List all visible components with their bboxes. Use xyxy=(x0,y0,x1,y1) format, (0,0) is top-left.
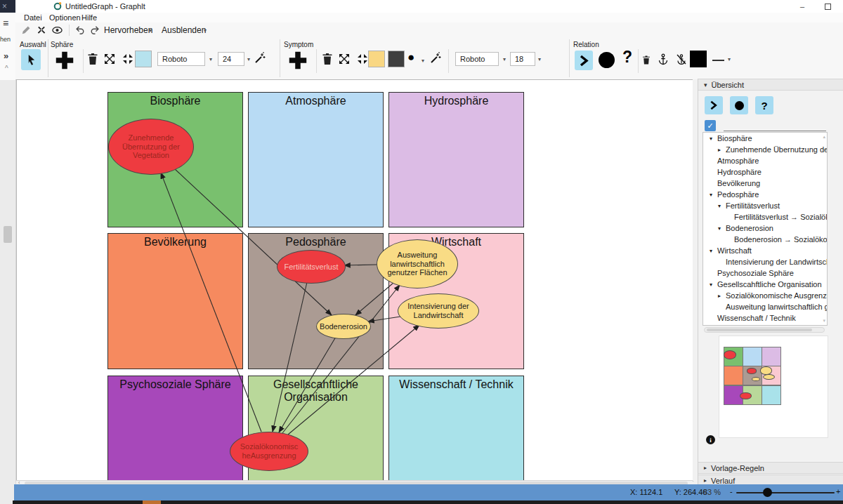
filter-checkbox[interactable]: ✓ xyxy=(705,120,716,131)
ausblenden-dropdown[interactable]: Ausblenden xyxy=(162,25,206,35)
chevron-down-icon[interactable]: ▾ xyxy=(209,56,212,62)
zoom-out-button[interactable]: - xyxy=(730,487,733,496)
info-icon[interactable]: i xyxy=(706,435,715,444)
left-scrollbar-thumb[interactable] xyxy=(4,226,12,243)
delete-relation-icon[interactable] xyxy=(642,55,651,65)
sphere-fontsize-select[interactable]: 24 xyxy=(218,52,244,66)
line-style-sample[interactable] xyxy=(712,60,724,61)
relation-arrow-tool-button[interactable] xyxy=(575,51,593,70)
graph-node[interactable]: Ausweitung lanwirtschaftlich genutzer Fl… xyxy=(377,239,458,289)
graph-canvas[interactable]: BiosphäreAtmosphäreHydrosphäreBevölkerun… xyxy=(16,79,693,482)
search-input[interactable] xyxy=(724,119,826,131)
chevron-down-icon[interactable]: ▾ xyxy=(728,56,731,62)
hamburger-menu-icon[interactable]: ≡ xyxy=(3,18,8,29)
crossed-tools-icon[interactable] xyxy=(37,25,46,35)
select-tool-button[interactable] xyxy=(21,49,41,70)
tree-item[interactable]: ▾Bodenerosion xyxy=(703,223,827,234)
menu-datei[interactable]: Datei xyxy=(24,13,42,22)
symptom-border-swatch[interactable] xyxy=(388,51,405,67)
restore-button[interactable] xyxy=(819,1,836,11)
tree-item[interactable]: Ausweitung lanwirtschaftlich genutzer Fl… xyxy=(703,301,827,312)
scroll-down-icon[interactable]: ▾ xyxy=(823,318,825,324)
tree-item[interactable]: ▸Sozialökonomische Ausgrenzung xyxy=(703,290,827,301)
tree-toggle-icon[interactable]: ▾ xyxy=(718,225,726,232)
add-sphere-button[interactable] xyxy=(52,48,77,73)
anchor-icon[interactable] xyxy=(658,53,669,65)
tree-item[interactable]: Intensivierung der Landwirtschaft xyxy=(703,256,827,267)
redo-icon[interactable] xyxy=(90,25,100,35)
symptom-fontsize-select[interactable]: 18 xyxy=(510,52,535,66)
minimize-button[interactable]: – xyxy=(794,1,811,11)
minimap[interactable] xyxy=(719,336,828,438)
tree-toggle-icon[interactable]: ▸ xyxy=(718,147,726,153)
zoom-slider-track[interactable] xyxy=(736,492,835,493)
edit-pencil-icon[interactable] xyxy=(21,25,31,35)
filter-relation-button[interactable] xyxy=(705,96,723,114)
chevron-down-icon[interactable]: ▾ xyxy=(503,56,506,62)
shrink-size-icon[interactable] xyxy=(122,53,133,65)
magic-wand-icon[interactable] xyxy=(430,52,442,64)
delete-symptom-icon[interactable] xyxy=(322,52,333,66)
filter-dot-button[interactable] xyxy=(730,96,748,114)
tree-item[interactable]: Atmosphäre xyxy=(703,155,827,166)
undo-icon[interactable] xyxy=(74,25,85,35)
shrink-size-icon[interactable] xyxy=(357,53,368,65)
canvas-vscrollbar[interactable] xyxy=(693,79,698,481)
hervorheben-dropdown[interactable]: Hervorheben xyxy=(104,25,152,35)
tree-item[interactable]: ▾Fertilitätsverlust xyxy=(703,200,827,211)
symptom-font-select[interactable]: Roboto xyxy=(455,52,499,66)
tree-item[interactable]: Hydrosphäre xyxy=(703,166,827,178)
tree-item[interactable]: Fertilitätsverlust → Sozialökonomische A… xyxy=(703,211,827,223)
chevron-down-icon[interactable]: ▾ xyxy=(422,58,424,64)
tree-item[interactable]: Bodenerosion → Sozialökonomische Ausgren… xyxy=(703,234,827,245)
uebersicht-header[interactable]: ▾ Übersicht xyxy=(698,79,843,91)
filter-question-button[interactable]: ? xyxy=(755,96,773,114)
graph-node[interactable]: Bodenerosion xyxy=(316,314,371,339)
zoom-in-button[interactable]: + xyxy=(836,487,840,496)
expand-size-icon[interactable] xyxy=(339,53,350,65)
tree-item[interactable]: ▾Wirtschaft xyxy=(703,245,827,256)
close-icon[interactable]: × xyxy=(2,1,7,11)
chevron-down-icon[interactable]: ▾ xyxy=(204,27,207,34)
graph-node[interactable]: Sozialökonomisc heAusgrenzung xyxy=(230,432,308,471)
chevron-down-icon[interactable]: ▾ xyxy=(538,56,541,62)
add-symptom-button[interactable] xyxy=(285,48,311,73)
scroll-up-icon[interactable]: ^ xyxy=(5,65,8,72)
menu-optionen[interactable]: Optionen xyxy=(49,13,81,22)
tree-toggle-icon[interactable]: ▾ xyxy=(710,135,717,142)
graph-node[interactable]: Fertilitätsverlust xyxy=(277,250,346,284)
tree-item[interactable]: Bevölkerung xyxy=(703,178,827,189)
chevron-down-icon[interactable]: ▾ xyxy=(247,56,250,62)
tree-item[interactable]: Wissenschaft / Technik xyxy=(703,312,827,324)
graph-node[interactable]: Intensivierung der Landwirtschaft xyxy=(398,293,479,329)
zoom-slider-thumb[interactable] xyxy=(763,488,772,497)
relation-question-tool-button[interactable]: ? xyxy=(622,48,632,67)
expand-size-icon[interactable] xyxy=(104,53,115,65)
tree-item[interactable]: ▾Biosphäre xyxy=(703,133,827,144)
vorlage-regeln-header[interactable]: ▸ Vorlage-Regeln xyxy=(698,462,843,474)
node-shape-circle-icon[interactable]: ● xyxy=(407,51,414,65)
relation-dot-tool-button[interactable] xyxy=(599,52,615,68)
chevron-down-icon[interactable]: ▾ xyxy=(149,27,152,34)
delete-sphere-icon[interactable] xyxy=(87,52,98,66)
tree-toggle-icon[interactable]: ▾ xyxy=(710,248,717,254)
sphere-font-select[interactable]: Roboto xyxy=(157,52,205,66)
graph-node[interactable]: Zunehmende Übernutzung der Vegetation xyxy=(108,119,194,175)
sphere-color-swatch[interactable] xyxy=(135,51,152,67)
menu-hilfe[interactable]: Hilfe xyxy=(81,13,97,22)
anchor-off-icon[interactable] xyxy=(676,53,687,65)
tree-hscrollbar-thumb[interactable] xyxy=(707,329,812,331)
magic-wand-icon[interactable] xyxy=(254,52,266,64)
symptom-fill-swatch[interactable] xyxy=(368,51,385,67)
tree-item[interactable]: ▾Gesellscahftliche Organisation xyxy=(703,279,827,290)
tree-hscrollbar[interactable] xyxy=(704,327,825,333)
tree-toggle-icon[interactable]: ▾ xyxy=(710,192,717,198)
tree-item[interactable]: ▾Pedosphäre xyxy=(703,189,827,200)
eye-icon[interactable] xyxy=(52,26,63,34)
tree-toggle-icon[interactable]: ▾ xyxy=(710,281,717,288)
relation-color-swatch[interactable] xyxy=(690,51,707,67)
expand-panel-icon[interactable]: » xyxy=(4,51,8,61)
tree-item[interactable]: ▸Zunehmende Übernutzung der Vegetation xyxy=(703,144,827,155)
scroll-up-icon[interactable]: ▴ xyxy=(823,134,825,140)
tree-item[interactable]: Psychosoziale Sphäre xyxy=(703,267,827,279)
